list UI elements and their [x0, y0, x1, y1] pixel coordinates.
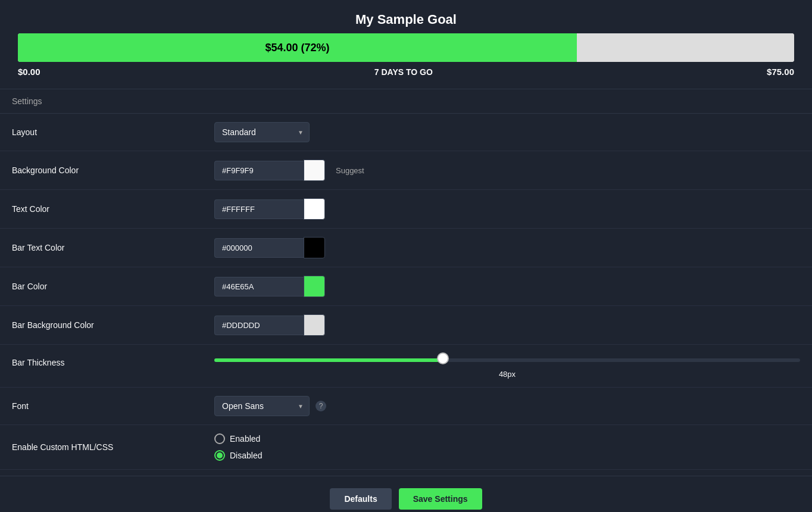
bar-thickness-slider[interactable]	[214, 355, 800, 365]
font-select[interactable]: Open Sans Arial Roboto Verdana	[214, 396, 310, 416]
bar-text-color-control	[214, 237, 325, 258]
slider-track	[214, 358, 800, 362]
progress-bar-empty	[577, 33, 794, 62]
radio-group: Enabled Disabled	[214, 433, 262, 461]
settings-header: Settings	[0, 89, 812, 114]
suggest-button[interactable]: Suggest	[336, 166, 364, 175]
bar-thickness-row: Bar Thickness 48px	[0, 345, 812, 388]
bar-text-color-label: Bar Text Color	[12, 243, 214, 252]
layout-control: Standard Compact Vertical	[214, 122, 310, 142]
bar-thickness-label: Bar Thickness	[12, 355, 214, 367]
bar-text-color-row: Bar Text Color	[0, 229, 812, 267]
text-color-row: Text Color	[0, 190, 812, 229]
progress-bar-text: $54.00 (72%)	[265, 42, 329, 54]
bar-background-color-swatch[interactable]	[304, 314, 325, 336]
background-color-input[interactable]	[214, 161, 304, 180]
background-color-input-group	[214, 160, 325, 181]
bar-background-color-input[interactable]	[214, 316, 304, 335]
radio-enabled[interactable]: Enabled	[214, 433, 262, 444]
font-row: Font Open Sans Arial Roboto Verdana ?	[0, 388, 812, 425]
bar-color-input-group	[214, 276, 325, 297]
bar-color-label: Bar Color	[12, 282, 214, 291]
layout-dropdown-wrapper: Standard Compact Vertical	[214, 122, 310, 142]
layout-select[interactable]: Standard Compact Vertical	[214, 122, 310, 142]
font-control: Open Sans Arial Roboto Verdana ?	[214, 396, 326, 416]
custom-html-row: Enable Custom HTML/CSS Enabled Disabled	[0, 425, 812, 470]
text-color-label: Text Color	[12, 204, 214, 214]
custom-html-control: Enabled Disabled	[214, 433, 262, 461]
slider-container: 48px	[214, 355, 800, 379]
background-color-swatch[interactable]	[304, 160, 325, 181]
goal-labels: $0.00 7 DAYS TO GO $75.00	[18, 67, 794, 77]
defaults-button[interactable]: Defaults	[330, 488, 391, 510]
layout-row: Layout Standard Compact Vertical	[0, 114, 812, 151]
bottom-buttons: Defaults Save Settings	[0, 476, 812, 512]
bar-background-color-label: Bar Background Color	[12, 320, 214, 330]
text-color-control	[214, 198, 325, 220]
slider-fill	[214, 358, 443, 362]
font-help-icon[interactable]: ?	[316, 401, 326, 411]
font-dropdown-wrapper: Open Sans Arial Roboto Verdana	[214, 396, 310, 416]
radio-disabled-circle[interactable]	[214, 450, 225, 461]
bar-color-swatch[interactable]	[304, 276, 325, 297]
label-right: $75.00	[767, 67, 794, 77]
bar-background-color-row: Bar Background Color	[0, 306, 812, 345]
goal-title: My Sample Goal	[18, 12, 794, 27]
preview-area: My Sample Goal $54.00 (72%) $0.00 7 DAYS…	[0, 0, 812, 89]
slider-value: 48px	[214, 370, 800, 379]
text-color-input[interactable]	[214, 199, 304, 219]
radio-enabled-label: Enabled	[230, 434, 260, 444]
bar-text-color-swatch[interactable]	[304, 237, 325, 258]
text-color-swatch[interactable]	[304, 198, 325, 220]
save-button[interactable]: Save Settings	[399, 488, 482, 510]
slider-thumb[interactable]	[437, 352, 449, 364]
radio-disabled-label: Disabled	[230, 451, 262, 460]
label-center: 7 DAYS TO GO	[374, 67, 433, 77]
bar-text-color-input[interactable]	[214, 238, 304, 258]
text-color-input-group	[214, 198, 325, 220]
radio-disabled[interactable]: Disabled	[214, 450, 262, 461]
custom-html-label: Enable Custom HTML/CSS	[12, 442, 214, 452]
radio-enabled-circle[interactable]	[214, 433, 225, 444]
bar-background-color-control	[214, 314, 325, 336]
bar-color-input[interactable]	[214, 277, 304, 296]
background-color-control: Suggest	[214, 160, 364, 181]
background-color-row: Background Color Suggest	[0, 151, 812, 190]
label-left: $0.00	[18, 67, 40, 77]
settings-section: Settings Layout Standard Compact Vertica…	[0, 89, 812, 470]
bar-color-control	[214, 276, 325, 297]
bar-background-color-input-group	[214, 314, 325, 336]
progress-bar-fill: $54.00 (72%)	[18, 33, 577, 62]
font-label: Font	[12, 401, 214, 411]
bar-color-row: Bar Color	[0, 267, 812, 306]
bar-text-color-input-group	[214, 237, 325, 258]
progress-bar-container: $54.00 (72%)	[18, 33, 794, 62]
background-color-label: Background Color	[12, 166, 214, 175]
layout-label: Layout	[12, 127, 214, 137]
